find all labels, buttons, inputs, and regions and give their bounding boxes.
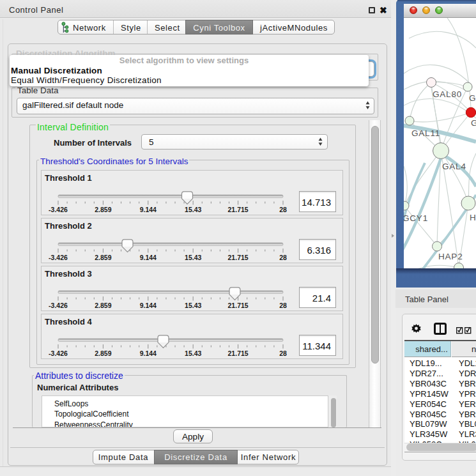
svg-text:2.859: 2.859 (95, 349, 111, 357)
svg-text:GA: GA (471, 118, 476, 128)
svg-text:2.859: 2.859 (95, 206, 111, 213)
svg-text:21.715: 21.715 (228, 206, 249, 213)
svg-text:15.43: 15.43 (185, 302, 201, 309)
svg-text:GAL4: GAL4 (442, 162, 466, 171)
svg-text:28: 28 (279, 349, 287, 357)
svg-text:-3.426: -3.426 (49, 302, 68, 309)
svg-text:-3.426: -3.426 (49, 349, 68, 357)
svg-text:2.859: 2.859 (95, 254, 111, 261)
svg-text:2.859: 2.859 (95, 302, 111, 309)
svg-text:9.144: 9.144 (140, 349, 157, 357)
svg-text:-3.426: -3.426 (49, 206, 68, 213)
svg-text:28: 28 (279, 302, 287, 309)
svg-text:15.43: 15.43 (185, 206, 201, 213)
svg-text:HAP2: HAP2 (438, 252, 463, 261)
svg-text:15.43: 15.43 (185, 254, 201, 261)
svg-text:21.715: 21.715 (228, 254, 249, 261)
svg-text:28: 28 (279, 206, 287, 213)
svg-text:GAL11: GAL11 (411, 128, 440, 138)
svg-text:9.144: 9.144 (140, 206, 157, 213)
svg-text:21.715: 21.715 (228, 302, 249, 309)
svg-text:GCY1: GCY1 (404, 213, 428, 223)
svg-text:HI: HI (470, 213, 476, 222)
svg-text:GAL80: GAL80 (433, 89, 462, 99)
svg-text:28: 28 (279, 254, 287, 261)
svg-text:GA: GA (469, 93, 476, 103)
svg-text:-3.426: -3.426 (49, 254, 68, 261)
svg-text:9.144: 9.144 (140, 302, 157, 309)
svg-text:15.43: 15.43 (185, 349, 201, 357)
svg-text:21.715: 21.715 (228, 349, 249, 357)
svg-text:9.144: 9.144 (140, 254, 157, 261)
